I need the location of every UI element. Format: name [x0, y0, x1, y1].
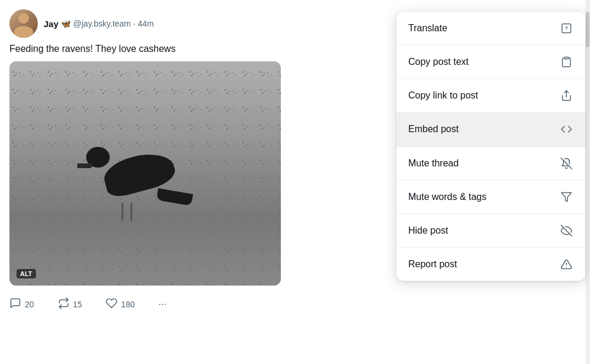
like-action[interactable]: 180: [106, 297, 135, 311]
raven-head: [86, 147, 110, 168]
post-header: Jay 🦋 @jay.bsky.team · 44m: [9, 9, 356, 38]
user-name-row: Jay 🦋 @jay.bsky.team · 44m: [44, 19, 154, 29]
embed-icon: [559, 122, 573, 136]
reply-action[interactable]: 20: [9, 297, 34, 311]
reply-icon: [9, 297, 21, 311]
raven-illustration: [80, 138, 198, 215]
svg-marker-5: [562, 193, 572, 202]
svg-rect-2: [565, 57, 569, 59]
like-count: 180: [121, 300, 135, 309]
post-container: Jay 🦋 @jay.bsky.team · 44m Feeding the r…: [0, 0, 366, 326]
like-icon: [106, 297, 117, 311]
reply-count: 20: [25, 300, 34, 309]
hide-icon: [559, 224, 573, 238]
repost-count: 15: [73, 300, 83, 309]
alt-badge[interactable]: ALT: [17, 269, 36, 278]
report-icon: [559, 257, 573, 271]
more-action[interactable]: ···: [159, 299, 166, 310]
raven-leg1: [122, 203, 123, 221]
translate-icon: ?: [559, 21, 573, 35]
share-icon: [559, 88, 573, 103]
menu-item-embed-label: Embed post: [408, 124, 559, 135]
raven-beak: [77, 163, 92, 168]
repost-icon: [58, 297, 70, 311]
menu-item-mute-words-label: Mute words & tags: [408, 192, 559, 202]
more-icon: ···: [159, 299, 166, 310]
post-text: Feeding the ravens! They love cashews: [9, 42, 356, 55]
raven-tail: [156, 188, 194, 206]
menu-item-report-post[interactable]: Report post: [396, 248, 585, 281]
butterfly-emoji: 🦋: [61, 19, 71, 28]
avatar[interactable]: [9, 9, 38, 38]
user-info: Jay 🦋 @jay.bsky.team · 44m: [44, 19, 154, 29]
repost-action[interactable]: 15: [58, 297, 83, 311]
mute-bell-icon: [559, 156, 573, 170]
svg-text:?: ?: [565, 25, 568, 31]
menu-item-mute-words[interactable]: Mute words & tags: [396, 181, 585, 214]
menu-item-hide-post[interactable]: Hide post: [396, 214, 585, 248]
menu-item-hide-label: Hide post: [408, 225, 559, 236]
post-actions: 20 15 180 ···: [9, 293, 356, 316]
user-handle: @jay.bsky.team: [73, 19, 131, 28]
menu-item-mute-thread[interactable]: Mute thread: [396, 147, 585, 181]
post-image-content: [9, 61, 281, 286]
menu-item-report-label: Report post: [408, 259, 559, 270]
menu-item-mute-thread-label: Mute thread: [408, 158, 559, 169]
raven-leg2: [130, 203, 132, 221]
context-menu: Translate ? Copy post text Copy link to …: [396, 12, 585, 281]
menu-item-embed-post[interactable]: Embed post: [396, 113, 585, 146]
menu-item-copy-link-label: Copy link to post: [408, 90, 559, 101]
menu-item-copy-link[interactable]: Copy link to post: [396, 79, 585, 113]
scrollbar-thumb[interactable]: [586, 12, 589, 47]
menu-item-copy-label: Copy post text: [408, 57, 559, 67]
svg-line-4: [561, 158, 572, 169]
clipboard-icon: [559, 55, 573, 69]
menu-item-translate-label: Translate: [408, 23, 559, 34]
menu-item-translate[interactable]: Translate ?: [396, 12, 585, 45]
post-image: ALT: [9, 61, 281, 286]
user-handle-time: @jay.bsky.team · 44m: [73, 19, 154, 28]
user-name: Jay: [44, 19, 58, 29]
menu-item-copy-post-text[interactable]: Copy post text: [396, 45, 585, 79]
scrollbar[interactable]: [585, 0, 590, 364]
post-time: 44m: [137, 19, 153, 28]
filter-icon: [559, 190, 573, 204]
